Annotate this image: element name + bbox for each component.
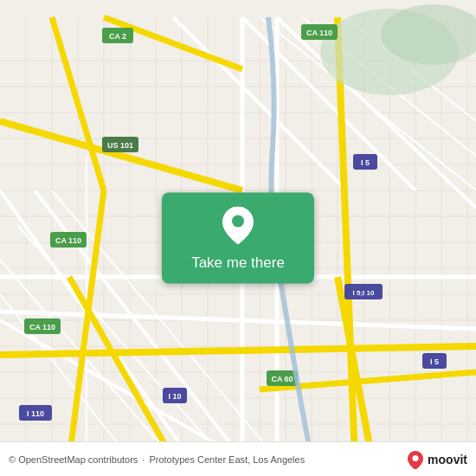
take-me-there-label: Take me there (191, 254, 285, 272)
svg-point-85 (232, 215, 244, 228)
svg-text:US 101: US 101 (107, 141, 133, 150)
svg-text:I 10: I 10 (168, 392, 181, 401)
svg-text:I 5: I 5 (361, 158, 370, 167)
svg-text:CA 110: CA 110 (306, 29, 332, 37)
bottom-bar: © OpenStreetMap contributors · Prototype… (0, 441, 476, 476)
svg-text:CA 2: CA 2 (109, 32, 126, 41)
svg-text:I 5;I 10: I 5;I 10 (353, 289, 375, 297)
bottom-bar-left: © OpenStreetMap contributors · Prototype… (9, 454, 305, 465)
take-me-there-button[interactable]: Take me there (162, 193, 314, 284)
moovit-brand-text: moovit (428, 453, 467, 466)
svg-text:CA 110: CA 110 (55, 236, 81, 245)
separator: · (142, 454, 145, 465)
svg-text:I 110: I 110 (27, 409, 44, 418)
location-pin-icon (222, 207, 254, 248)
moovit-pin-icon (406, 450, 425, 469)
svg-text:CA 60: CA 60 (271, 375, 293, 383)
svg-point-86 (413, 455, 419, 461)
location-label: Prototypes Center East, Los Angeles (149, 454, 305, 465)
svg-text:I 5: I 5 (430, 357, 439, 366)
map-container: CA 2 US 101 CA 110 CA 110 I 110 CA 110 I… (0, 0, 476, 476)
attribution-text: © OpenStreetMap contributors (9, 454, 138, 465)
svg-text:CA 110: CA 110 (29, 323, 55, 331)
moovit-logo: moovit (406, 450, 467, 469)
